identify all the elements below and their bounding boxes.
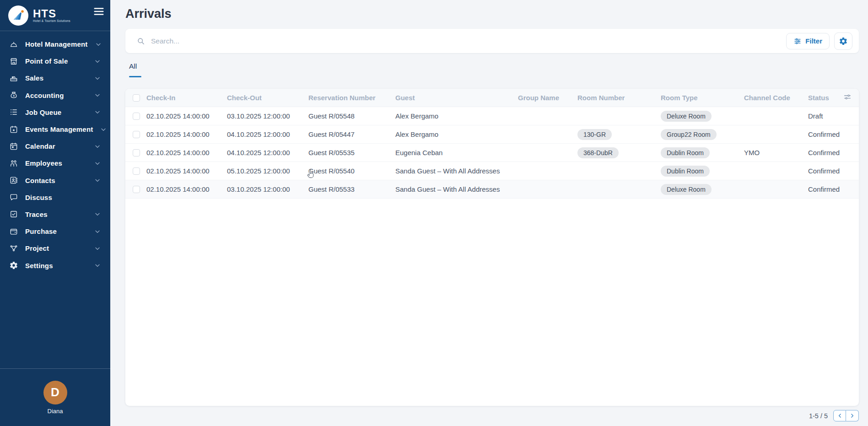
people-icon bbox=[9, 159, 18, 168]
sidebar-item-label: Traces bbox=[25, 210, 87, 218]
cell-check-in: 02.10.2025 14:00:00 bbox=[146, 112, 227, 120]
page-title: Arrivals bbox=[125, 6, 859, 22]
hamburger-menu-icon[interactable] bbox=[93, 5, 105, 17]
table-row[interactable]: 02.10.2025 14:00:00 04.10.2025 12:00:00 … bbox=[125, 144, 859, 162]
sidebar-menu: Hotel Management Point of Sale Sales $ A… bbox=[0, 31, 110, 274]
cell-guest: Sanda Guest – With All Addresses bbox=[395, 185, 518, 193]
search-input[interactable] bbox=[151, 37, 786, 45]
calendar-icon bbox=[9, 142, 18, 151]
cell-guest: Alex Bergamo bbox=[395, 130, 518, 138]
column-header-room-number[interactable]: Room Number bbox=[577, 94, 661, 102]
wallet-icon bbox=[9, 227, 18, 236]
tab-all[interactable]: All bbox=[129, 62, 141, 77]
gear-icon bbox=[9, 261, 18, 270]
svg-text:$: $ bbox=[13, 94, 15, 97]
cell-reservation: Guest R/05548 bbox=[308, 112, 395, 120]
sidebar-item-label: Job Queue bbox=[25, 108, 87, 116]
sidebar-item-project[interactable]: Project bbox=[0, 240, 110, 257]
chevron-down-icon bbox=[100, 126, 107, 133]
list-icon bbox=[9, 108, 18, 117]
cell-guest: Eugenia Ceban bbox=[395, 149, 518, 156]
cell-channel: YMO bbox=[744, 149, 808, 156]
cell-reservation: Guest R/05447 bbox=[308, 130, 395, 138]
column-header-channel-code[interactable]: Channel Code bbox=[744, 94, 808, 102]
page: { "app": { "name": "HTS", "tagline": "Ho… bbox=[0, 0, 868, 426]
cell-check-in: 02.10.2025 14:00:00 bbox=[146, 167, 227, 175]
cell-status: Confirmed bbox=[808, 149, 844, 156]
column-header-check-in[interactable]: Check-In bbox=[146, 94, 227, 102]
column-header-group-name[interactable]: Group Name bbox=[518, 94, 577, 102]
table-row[interactable]: 02.10.2025 14:00:00 04.10.2025 12:00:00 … bbox=[125, 125, 859, 144]
chevron-down-icon bbox=[94, 160, 101, 167]
sidebar-item-contacts[interactable]: Contacts bbox=[0, 172, 110, 189]
main-content: Arrivals Filter All bbox=[110, 0, 868, 426]
sidebar-item-purchase[interactable]: Purchase bbox=[0, 223, 110, 240]
sidebar-item-employees[interactable]: Employees bbox=[0, 155, 110, 172]
column-settings-icon[interactable] bbox=[843, 95, 852, 102]
sidebar-item-label: Sales bbox=[25, 74, 87, 82]
chevron-down-icon bbox=[94, 262, 101, 269]
settings-gear-button[interactable] bbox=[834, 32, 852, 50]
column-header-reservation-number[interactable]: Reservation Number bbox=[308, 94, 395, 102]
row-checkbox[interactable] bbox=[133, 167, 140, 175]
sidebar-item-settings[interactable]: Settings bbox=[0, 257, 110, 274]
room-number-badge: 130-GR bbox=[577, 129, 612, 140]
column-header-room-type[interactable]: Room Type bbox=[661, 94, 744, 102]
cash-register-icon bbox=[9, 74, 18, 83]
column-header-guest[interactable]: Guest bbox=[395, 94, 518, 102]
table-row[interactable]: 02.10.2025 14:00:00 03.10.2025 12:00:00 … bbox=[125, 180, 859, 199]
sidebar-item-point-of-sale[interactable]: Point of Sale bbox=[0, 53, 110, 70]
chevron-down-icon bbox=[95, 41, 102, 48]
cell-status: Confirmed bbox=[808, 130, 844, 138]
cell-room-type: Deluxe Room bbox=[661, 111, 744, 122]
room-type-badge: Deluxe Room bbox=[661, 184, 712, 195]
row-checkbox[interactable] bbox=[133, 149, 140, 156]
chevron-down-icon bbox=[94, 92, 101, 99]
calendar-star-icon bbox=[9, 125, 18, 134]
table-body: 02.10.2025 14:00:00 03.10.2025 12:00:00 … bbox=[125, 107, 859, 199]
table-row[interactable]: 02.10.2025 14:00:00 05.10.2025 12:00:00 … bbox=[125, 162, 859, 180]
column-header-status[interactable]: Status bbox=[808, 94, 844, 102]
room-type-badge: Deluxe Room bbox=[661, 111, 712, 122]
sidebar-item-calendar[interactable]: Calendar bbox=[0, 138, 110, 155]
sidebar-item-sales[interactable]: Sales bbox=[0, 70, 110, 86]
sidebar-item-discuss[interactable]: Discuss bbox=[0, 189, 110, 206]
cell-check-out: 04.10.2025 12:00:00 bbox=[227, 130, 308, 138]
row-checkbox[interactable] bbox=[133, 186, 140, 193]
sidebar-item-label: Hotel Management bbox=[25, 40, 88, 48]
chevron-right-icon bbox=[849, 413, 855, 419]
column-settings-cell bbox=[843, 93, 852, 102]
user-avatar[interactable]: D bbox=[43, 381, 67, 404]
cell-status: Draft bbox=[808, 112, 844, 120]
chevron-down-icon bbox=[94, 108, 101, 116]
pagination: 1-5 / 5 bbox=[125, 410, 859, 421]
checkbox-check-icon bbox=[9, 210, 18, 219]
sidebar-item-hotel-management[interactable]: Hotel Management bbox=[0, 36, 110, 53]
pagination-next-button[interactable] bbox=[846, 410, 859, 421]
pagination-prev-button[interactable] bbox=[833, 410, 846, 421]
cell-status: Confirmed bbox=[808, 185, 844, 193]
sidebar-item-label: Point of Sale bbox=[25, 57, 87, 65]
sidebar-item-traces[interactable]: Traces bbox=[0, 206, 110, 223]
sidebar-item-label: Contacts bbox=[25, 177, 87, 184]
column-header-check-out[interactable]: Check-Out bbox=[227, 94, 308, 102]
table-row[interactable]: 02.10.2025 14:00:00 03.10.2025 12:00:00 … bbox=[125, 107, 859, 125]
room-type-badge: Dublin Room bbox=[661, 147, 710, 158]
sidebar-item-accounting[interactable]: $ Accounting bbox=[0, 87, 110, 104]
money-bag-icon: $ bbox=[9, 91, 18, 100]
filter-button-label: Filter bbox=[805, 37, 822, 45]
sidebar: HTS Hotel & Tourism Solutions Hotel Mana… bbox=[0, 0, 110, 426]
filter-button[interactable]: Filter bbox=[786, 33, 830, 49]
sidebar-item-events-management[interactable]: Events Management bbox=[0, 121, 110, 138]
chevron-down-icon bbox=[94, 58, 101, 65]
row-checkbox[interactable] bbox=[133, 131, 140, 138]
chevron-down-icon bbox=[94, 245, 101, 252]
cell-reservation: Guest R/05533 bbox=[308, 185, 395, 193]
sidebar-item-job-queue[interactable]: Job Queue bbox=[0, 104, 110, 121]
select-all-checkbox[interactable] bbox=[133, 94, 140, 102]
row-checkbox[interactable] bbox=[133, 113, 140, 120]
cell-room-type: Deluxe Room bbox=[661, 184, 744, 195]
chevron-down-icon bbox=[94, 210, 101, 218]
table-header-row: Check-InCheck-OutReservation NumberGuest… bbox=[125, 89, 859, 107]
search-icon bbox=[136, 37, 146, 46]
